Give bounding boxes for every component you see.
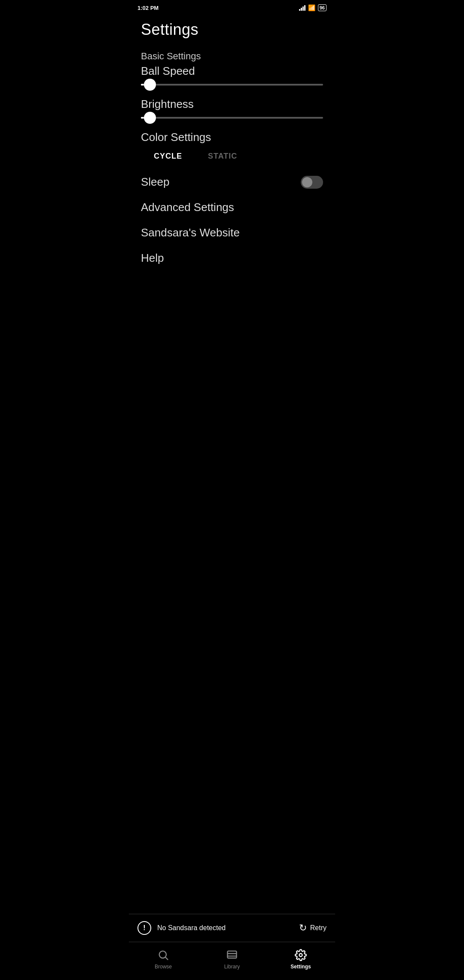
nav-tab-settings[interactable]: Settings: [286, 949, 316, 970]
ball-speed-track: [141, 84, 323, 86]
sleep-label: Sleep: [141, 175, 170, 189]
status-message: No Sandsara detected: [157, 924, 226, 932]
status-time: 1:02 PM: [137, 5, 159, 11]
advanced-settings-item[interactable]: Advanced Settings: [141, 201, 323, 214]
status-banner: ! No Sandsara detected ↻ Retry: [129, 914, 335, 942]
brightness-label: Brightness: [141, 98, 323, 111]
color-option-static[interactable]: STATIC: [204, 149, 241, 163]
help-item[interactable]: Help: [141, 251, 323, 265]
settings-icon: [295, 949, 307, 961]
page-title: Settings: [141, 21, 323, 39]
nav-tab-browse-label: Browse: [155, 964, 172, 970]
status-bar: 1:02 PM 📶 96: [129, 0, 335, 14]
retry-label: Retry: [310, 924, 327, 932]
retry-button[interactable]: ↻ Retry: [299, 922, 327, 934]
brightness-track: [141, 117, 323, 119]
search-icon: [157, 949, 169, 961]
basic-settings-section: Basic Settings: [141, 51, 323, 62]
svg-rect-2: [228, 951, 237, 958]
status-bar-right: 📶 96: [299, 4, 327, 11]
brightness-section: Brightness: [141, 98, 323, 119]
website-item[interactable]: Sandsara's Website: [141, 226, 323, 239]
sleep-row: Sleep: [141, 175, 323, 189]
nav-tab-settings-label: Settings: [290, 964, 311, 970]
color-toggle-row: CYCLE STATIC: [141, 149, 323, 163]
sleep-toggle[interactable]: [301, 176, 323, 189]
svg-point-0: [159, 951, 166, 958]
nav-tab-browse[interactable]: Browse: [148, 949, 178, 970]
alert-icon: !: [137, 921, 151, 935]
nav-tab-library[interactable]: Library: [217, 949, 247, 970]
bottom-nav: Browse Library Settings: [129, 942, 335, 980]
main-content: Settings Basic Settings Ball Speed Brigh…: [129, 14, 335, 914]
color-option-cycle[interactable]: CYCLE: [150, 149, 186, 163]
retry-icon: ↻: [299, 922, 307, 934]
battery-icon: 96: [318, 4, 327, 11]
library-icon: [226, 949, 238, 961]
color-settings-label: Color Settings: [141, 131, 323, 144]
svg-point-5: [299, 954, 302, 957]
color-settings-section: Color Settings CYCLE STATIC: [141, 131, 323, 163]
wifi-icon: 📶: [308, 4, 315, 11]
sleep-toggle-knob: [302, 177, 312, 187]
status-left: ! No Sandsara detected: [137, 921, 226, 935]
ball-speed-section: Ball Speed: [141, 64, 323, 86]
ball-speed-label: Ball Speed: [141, 64, 323, 78]
nav-tab-library-label: Library: [224, 964, 240, 970]
svg-line-1: [165, 957, 168, 959]
signal-icon: [299, 5, 305, 11]
